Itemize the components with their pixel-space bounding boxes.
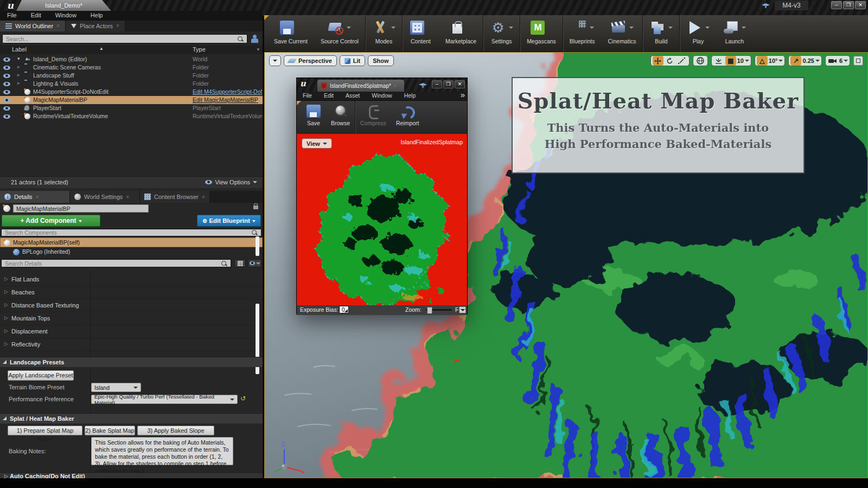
toolbar-button[interactable]: Launch — [716, 15, 752, 52]
visibility-eye-icon[interactable] — [3, 114, 10, 119]
overflow-chevron-icon[interactable]: » — [461, 90, 464, 99]
perspective-button[interactable]: Perspective — [284, 55, 337, 66]
texture-toolbar-button[interactable]: Browse — [326, 101, 355, 134]
texture-editor-titlebar[interactable]: u IslandFinalizedSplatmap* × – ❐ ✕ — [297, 78, 467, 92]
details-tab[interactable]: Content Browser × — [140, 191, 210, 203]
chevron-down-icon[interactable] — [778, 60, 783, 62]
expand-arrow-icon[interactable]: ▷ — [4, 289, 8, 294]
view-options-button[interactable]: View Options — [205, 179, 257, 185]
actor-type[interactable]: RuntimeVirtualTextureVolume — [193, 113, 262, 119]
expand-arrow-icon[interactable]: ▷ — [4, 328, 8, 333]
add-component-button[interactable]: + Add Component — [2, 215, 100, 227]
actor-type[interactable]: Folder — [193, 64, 262, 70]
scale-snap-value[interactable]: 0.25 — [802, 57, 814, 64]
toolbar-button[interactable]: Source Control — [314, 15, 365, 52]
view-dropdown-button[interactable]: View — [302, 138, 332, 149]
actor-type[interactable]: Folder — [193, 80, 262, 87]
name-value-splitter[interactable] — [90, 270, 91, 478]
property-matrix-button[interactable] — [234, 259, 246, 267]
column-options-icon[interactable]: ▼ — [256, 47, 260, 52]
property-category-row[interactable]: ▷ Mountain Tops — [0, 312, 263, 325]
menu-item[interactable]: Edit — [24, 11, 48, 21]
toolbar-button[interactable]: Blueprints — [563, 15, 602, 52]
level-tab[interactable]: Island_Demo* — [16, 0, 111, 11]
grid-snap-toggle[interactable]: ▦ — [725, 56, 736, 66]
terrain-biome-dropdown[interactable]: Island — [91, 383, 141, 392]
outliner-row[interactable]: Island_Demo (Editor) World — [0, 55, 263, 63]
tutorial-cap-icon[interactable] — [419, 82, 427, 88]
chevron-down-icon[interactable] — [815, 60, 820, 62]
actor-type[interactable]: PlayerStart — [193, 105, 262, 111]
menu-item[interactable]: File — [297, 92, 318, 100]
details-tab[interactable]: World Settings × — [70, 191, 140, 203]
apply-baked-slope-material-button[interactable]: 3) Apply Baked Slope Material — [137, 426, 214, 435]
minimize-button[interactable]: – — [432, 80, 442, 88]
rotate-tool-button[interactable] — [665, 56, 675, 66]
expand-arrow-icon[interactable]: ▷ — [4, 302, 8, 307]
expand-arrow-icon[interactable]: ▷ — [4, 276, 8, 281]
expand-arrow-icon[interactable] — [17, 64, 23, 69]
details-tab[interactable]: i Details × — [0, 191, 70, 203]
performance-preference-dropdown[interactable]: Epic-High Quality / Turbo Perf (Tessella… — [91, 395, 238, 404]
maximize-viewport-button[interactable] — [853, 56, 863, 66]
chevron-down-icon[interactable] — [745, 60, 749, 62]
texture-preview[interactable]: View IslandFinalizedSplatmap — [297, 134, 467, 305]
toolbar-button[interactable]: Cinematics — [602, 15, 643, 52]
tab-world-outliner[interactable]: World Outliner × — [0, 21, 66, 31]
visibility-eye-icon[interactable] — [3, 57, 10, 62]
visibility-eye-icon[interactable] — [3, 98, 10, 102]
chevron-down-icon[interactable] — [705, 27, 710, 29]
chevron-down-icon[interactable] — [590, 27, 594, 29]
close-tab-icon[interactable]: × — [394, 83, 397, 88]
lock-icon[interactable] — [253, 206, 258, 209]
tab-place-actors[interactable]: Place Actors × — [66, 21, 125, 31]
toolbar-button[interactable]: Marketplace — [439, 15, 483, 52]
toolbar-button[interactable]: Play — [679, 15, 716, 52]
close-button[interactable]: ✕ — [855, 1, 866, 9]
chevron-down-icon[interactable] — [742, 27, 746, 29]
scale-tool-button[interactable] — [676, 56, 687, 66]
menu-item[interactable]: File — [0, 11, 24, 21]
close-tab-icon[interactable]: × — [202, 194, 205, 200]
bake-splat-map-button[interactable]: 2) Bake Splat Map — [85, 426, 135, 435]
restore-button[interactable]: ❐ — [843, 1, 854, 9]
rotation-snap-toggle[interactable]: △ — [757, 56, 768, 66]
toolbar-button[interactable]: Content — [402, 15, 439, 52]
toolbar-button[interactable]: Modes — [365, 15, 402, 52]
search-components[interactable] — [1, 229, 261, 236]
visibility-eye-icon[interactable] — [3, 66, 10, 70]
search-details-input[interactable] — [2, 260, 221, 267]
outliner-row[interactable]: RuntimeVirtualTextureVolume RuntimeVirtu… — [0, 112, 263, 120]
zoom-slider[interactable] — [426, 309, 452, 311]
expand-arrow-icon[interactable]: ▷ — [4, 341, 8, 346]
texture-toolbar-button[interactable]: Compress — [355, 101, 391, 134]
chevron-down-icon[interactable] — [844, 60, 848, 62]
restore-button[interactable]: ❐ — [443, 80, 454, 88]
visibility-eye-icon[interactable] — [3, 82, 10, 86]
expand-arrow-icon[interactable]: ▷ — [4, 315, 8, 320]
reset-to-default-icon[interactable]: ↺ — [240, 395, 246, 402]
chevron-down-icon[interactable] — [347, 27, 351, 29]
outliner-row[interactable]: Lighting & Visuals Folder — [0, 80, 263, 88]
expand-arrow-icon[interactable] — [17, 72, 23, 78]
texture-toolbar-button[interactable]: Reimport — [391, 101, 424, 134]
minimize-button[interactable]: – — [831, 1, 842, 9]
search-details[interactable] — [1, 259, 231, 267]
column-type[interactable]: Type — [193, 46, 206, 53]
exposure-bias-spinner[interactable]: 0 — [339, 306, 349, 313]
property-category-row[interactable]: ▷ Displacement — [0, 325, 263, 338]
menu-item[interactable]: Asset — [340, 92, 366, 100]
camera-speed-value[interactable]: 6 — [839, 57, 843, 64]
menu-item[interactable]: Help — [84, 11, 110, 21]
camera-speed-button[interactable] — [827, 56, 838, 66]
outliner-row[interactable]: Cinematic Scene Cameras Folder — [0, 63, 263, 72]
component-row[interactable]: MagicMapMaterialBP(self) — [0, 237, 263, 247]
section-landscape-presets[interactable]: Landscape Presets — [0, 357, 263, 367]
toolbar-button[interactable]: M Megascans — [520, 15, 563, 52]
prepare-splat-map-baker-button[interactable]: 1) Prepare Splat Map Baker — [8, 426, 82, 435]
texture-toolbar-button[interactable]: Save — [301, 101, 326, 134]
sort-ascending-icon[interactable]: ▲ — [99, 46, 104, 51]
menu-item[interactable]: Window — [48, 11, 84, 21]
chevron-down-icon[interactable] — [668, 27, 673, 29]
menu-item[interactable]: Window — [366, 92, 398, 100]
